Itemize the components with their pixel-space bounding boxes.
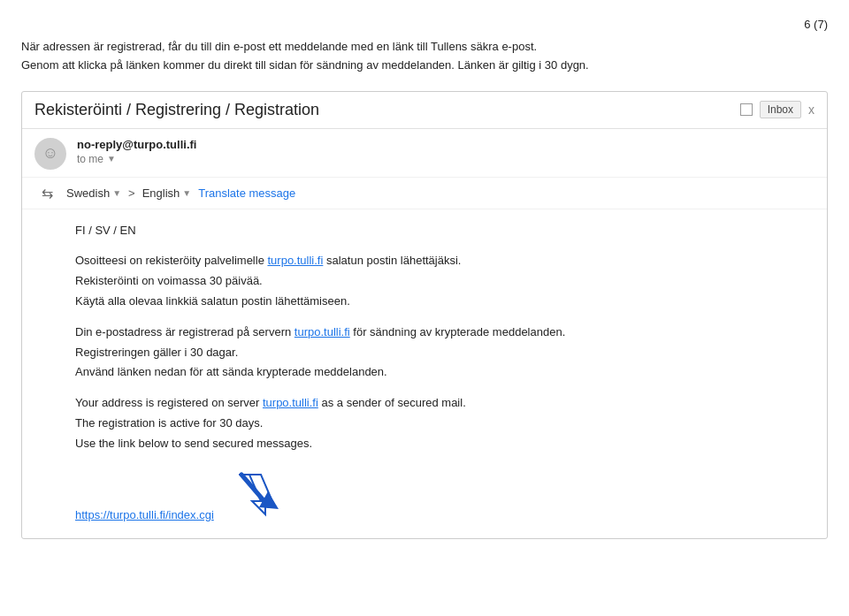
close-button[interactable]: x	[808, 103, 815, 117]
email-header-actions: Inbox x	[740, 101, 815, 118]
sender-row: ☺ no-reply@turpo.tulli.fi to me ▼	[22, 129, 827, 178]
page-number: 6 (7)	[21, 18, 828, 31]
to-me-row: to me ▼	[77, 153, 815, 165]
finnish-section: Osoitteesi on rekisteröity palvelimelle …	[75, 252, 813, 310]
email-body: FI / SV / EN Osoitteesi on rekisteröity …	[22, 209, 827, 539]
bottom-cgi-link[interactable]: https://turpo.tulli.fi/index.cgi	[75, 506, 214, 525]
translate-icon: ⇆	[34, 185, 59, 202]
down-right-arrow-icon	[230, 466, 283, 519]
checkbox-icon[interactable]	[740, 103, 753, 116]
to-me-dropdown-arrow[interactable]: ▼	[107, 154, 116, 164]
to-lang-dropdown-arrow: ▼	[182, 188, 191, 198]
inbox-badge: Inbox	[760, 101, 801, 118]
intro-text: När adressen är registrerad, får du till…	[21, 38, 828, 75]
avatar: ☺	[34, 138, 66, 170]
email-header-bar: Rekisteröinti / Registrering / Registrat…	[22, 92, 827, 129]
translate-message-link[interactable]: Translate message	[198, 186, 295, 200]
translate-bar: ⇆ Swedish ▼ > English ▼ Translate messag…	[22, 178, 827, 209]
english-section: Your address is registered on server tur…	[75, 394, 813, 452]
sender-email: no-reply@turpo.tulli.fi	[77, 138, 815, 151]
swedish-section: Din e-postadress är registrerad på serve…	[75, 323, 813, 382]
fi-link[interactable]: turpo.tulli.fi	[267, 254, 323, 267]
email-mockup: Rekisteröinti / Registrering / Registrat…	[21, 91, 828, 540]
en-link[interactable]: turpo.tulli.fi	[263, 396, 318, 409]
bottom-link-row: https://turpo.tulli.fi/index.cgi	[75, 466, 813, 525]
sv-link[interactable]: turpo.tulli.fi	[294, 325, 350, 338]
from-lang-dropdown-arrow: ▼	[112, 188, 121, 198]
email-subject: Rekisteröinti / Registrering / Registrat…	[34, 101, 730, 119]
lang-arrow-separator: >	[128, 186, 135, 200]
to-language-button[interactable]: English ▼	[142, 186, 192, 200]
from-language-button[interactable]: Swedish ▼	[66, 186, 121, 200]
sender-details: no-reply@turpo.tulli.fi to me ▼	[77, 138, 815, 165]
arrow-annotation	[230, 466, 283, 525]
lang-label: FI / SV / EN	[75, 222, 813, 240]
